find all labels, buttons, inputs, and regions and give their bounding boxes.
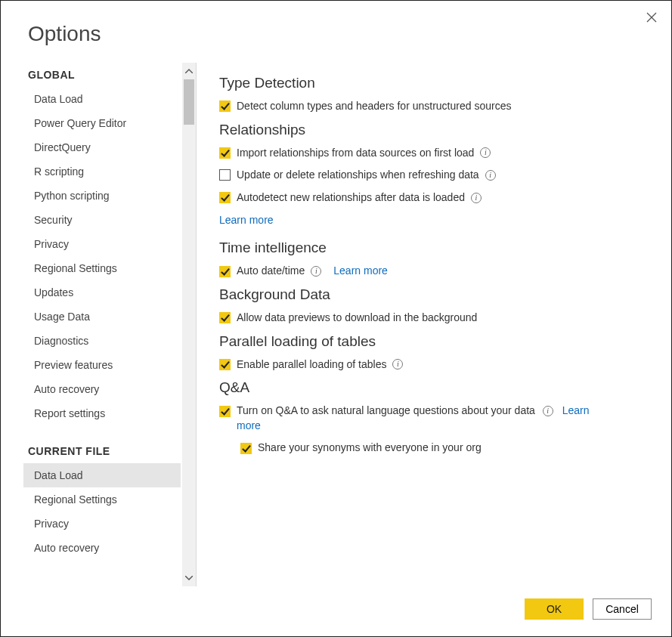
sidebar-container: GLOBALData LoadPower Query EditorDirectQ… bbox=[23, 63, 196, 586]
chevron-up-icon bbox=[185, 69, 193, 73]
close-icon bbox=[646, 12, 657, 23]
scroll-down-button[interactable] bbox=[182, 570, 196, 586]
checkbox-autodetect-relationships[interactable] bbox=[219, 192, 231, 203]
option-detect-column-types: Detect column types and headers for unst… bbox=[219, 99, 644, 114]
checkbox-parallel-loading[interactable] bbox=[219, 359, 231, 370]
option-update-relationships: Update or delete relationships when refr… bbox=[219, 168, 644, 183]
heading-background-data: Background Data bbox=[219, 286, 644, 303]
nav-item-data-load[interactable]: Data Load bbox=[23, 87, 181, 111]
info-icon[interactable]: i bbox=[392, 359, 403, 370]
info-icon[interactable]: i bbox=[543, 406, 553, 416]
option-autodetect-relationships: Autodetect new relationships after data … bbox=[219, 190, 644, 206]
ok-button[interactable]: OK bbox=[525, 598, 584, 620]
option-qna-turn-on: Turn on Q&A to ask natural language ques… bbox=[219, 404, 644, 433]
info-icon[interactable]: i bbox=[471, 193, 482, 203]
checkbox-detect-column-types[interactable] bbox=[219, 100, 231, 112]
nav-item-r-scripting[interactable]: R scripting bbox=[23, 159, 181, 184]
nav-section-header: CURRENT FILE bbox=[23, 439, 181, 463]
nav-item-updates[interactable]: Updates bbox=[23, 280, 181, 305]
option-parallel-loading: Enable parallel loading of tables i bbox=[219, 357, 644, 373]
checkbox-import-relationships[interactable] bbox=[219, 147, 231, 159]
label-allow-previews[interactable]: Allow data previews to download in the b… bbox=[237, 311, 477, 326]
nav-item-privacy[interactable]: Privacy bbox=[23, 512, 181, 536]
label-autodetect-relationships[interactable]: Autodetect new relationships after data … bbox=[237, 190, 465, 206]
option-allow-previews: Allow data previews to download in the b… bbox=[219, 311, 644, 326]
options-dialog: Options GLOBALData LoadPower Query Edito… bbox=[0, 0, 672, 637]
nav-item-security[interactable]: Security bbox=[23, 208, 181, 232]
checkbox-update-relationships[interactable] bbox=[219, 169, 231, 181]
info-icon[interactable]: i bbox=[480, 147, 491, 158]
link-relationships-learn-more[interactable]: Learn more bbox=[219, 214, 274, 226]
scroll-thumb[interactable] bbox=[184, 79, 194, 125]
heading-time-intelligence: Time intelligence bbox=[219, 240, 644, 256]
sidebar-scrollbar[interactable] bbox=[182, 63, 196, 586]
dialog-title: Options bbox=[1, 1, 671, 63]
content-pane: Type Detection Detect column types and h… bbox=[197, 63, 671, 586]
close-button[interactable] bbox=[644, 10, 659, 25]
nav-section-header: GLOBAL bbox=[23, 63, 181, 87]
nav-item-auto-recovery[interactable]: Auto recovery bbox=[23, 536, 181, 560]
heading-qna: Q&A bbox=[219, 379, 644, 396]
label-detect-column-types[interactable]: Detect column types and headers for unst… bbox=[237, 99, 511, 114]
link-time-intelligence-learn-more[interactable]: Learn more bbox=[333, 264, 388, 279]
nav-item-auto-recovery[interactable]: Auto recovery bbox=[23, 377, 181, 401]
option-qna-share-synonyms: Share your synonyms with everyone in you… bbox=[240, 441, 644, 456]
cancel-button[interactable]: Cancel bbox=[593, 598, 652, 620]
nav-item-privacy[interactable]: Privacy bbox=[23, 232, 181, 256]
nav-item-python-scripting[interactable]: Python scripting bbox=[23, 184, 181, 208]
chevron-down-icon bbox=[185, 576, 193, 580]
heading-parallel-loading: Parallel loading of tables bbox=[219, 333, 644, 350]
label-auto-date-time[interactable]: Auto date/time bbox=[237, 264, 305, 279]
checkbox-qna-share-synonyms[interactable] bbox=[240, 443, 252, 454]
sidebar: GLOBALData LoadPower Query EditorDirectQ… bbox=[23, 63, 196, 586]
heading-relationships: Relationships bbox=[219, 122, 644, 138]
nav-item-power-query-editor[interactable]: Power Query Editor bbox=[23, 111, 181, 135]
info-icon[interactable]: i bbox=[485, 170, 496, 181]
nav-item-diagnostics[interactable]: Diagnostics bbox=[23, 329, 181, 353]
label-parallel-loading[interactable]: Enable parallel loading of tables bbox=[237, 357, 386, 373]
option-import-relationships: Import relationships from data sources o… bbox=[219, 146, 644, 161]
label-update-relationships[interactable]: Update or delete relationships when refr… bbox=[237, 168, 479, 183]
nav-item-report-settings[interactable]: Report settings bbox=[23, 401, 181, 425]
checkbox-auto-date-time[interactable] bbox=[219, 266, 231, 277]
nav-item-regional-settings[interactable]: Regional Settings bbox=[23, 256, 181, 280]
nav-item-regional-settings[interactable]: Regional Settings bbox=[23, 487, 181, 512]
scroll-up-button[interactable] bbox=[182, 63, 196, 79]
info-icon[interactable]: i bbox=[311, 266, 321, 277]
nav-item-usage-data[interactable]: Usage Data bbox=[23, 305, 181, 329]
label-import-relationships[interactable]: Import relationships from data sources o… bbox=[237, 146, 474, 161]
checkbox-allow-previews[interactable] bbox=[219, 312, 231, 323]
label-qna-share-synonyms[interactable]: Share your synonyms with everyone in you… bbox=[258, 441, 482, 456]
nav-item-directquery[interactable]: DirectQuery bbox=[23, 135, 181, 159]
dialog-footer: OK Cancel bbox=[1, 586, 671, 636]
heading-type-detection: Type Detection bbox=[219, 75, 644, 91]
dialog-body: GLOBALData LoadPower Query EditorDirectQ… bbox=[1, 63, 671, 586]
label-qna-turn-on[interactable]: Turn on Q&A to ask natural language ques… bbox=[237, 404, 535, 416]
nav-item-preview-features[interactable]: Preview features bbox=[23, 353, 181, 377]
nav-item-data-load[interactable]: Data Load bbox=[23, 463, 181, 487]
checkbox-qna-turn-on[interactable] bbox=[219, 406, 231, 417]
option-auto-date-time: Auto date/time i Learn more bbox=[219, 264, 644, 279]
